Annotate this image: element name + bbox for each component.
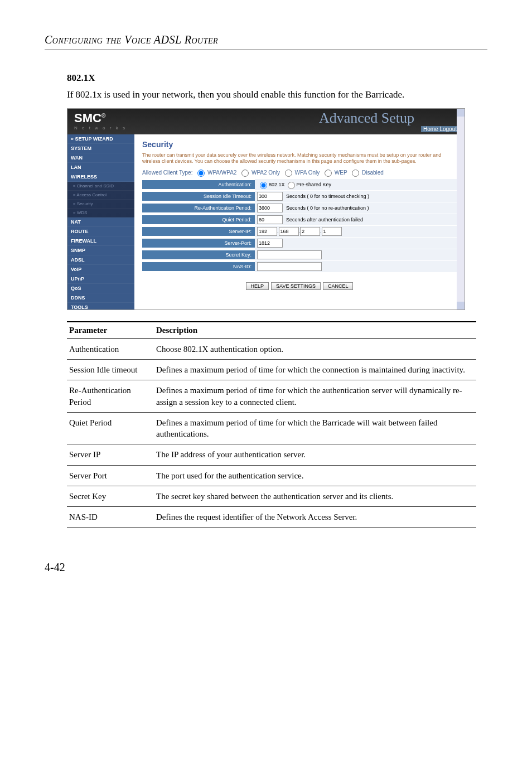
ss-home-logout[interactable]: Home Logout	[421, 126, 459, 132]
ss-auth-opt1: 802.1X	[269, 182, 285, 187]
client-type-radio[interactable]	[241, 170, 249, 177]
ss-ip-1[interactable]	[279, 227, 299, 236]
form-hint: Seconds after authentication failed	[286, 217, 363, 222]
ss-server-ip-label: Server-IP:	[142, 227, 255, 236]
ss-secret-key-input[interactable]	[257, 250, 322, 259]
table-row: Session Idle timeoutDefines a maximum pe…	[67, 360, 476, 380]
table-row: Secret KeyThe secret key shared between …	[67, 486, 476, 506]
param-name: Authentication	[67, 338, 154, 359]
sidebar-item[interactable]: SYSTEM	[67, 144, 134, 153]
ss-main: Security The router can transmit your da…	[134, 134, 465, 309]
ss-ip-2[interactable]	[300, 227, 320, 236]
sidebar-item[interactable]: FIREWALL	[67, 236, 134, 246]
ss-nas-id-label: NAS-ID:	[142, 262, 255, 271]
ss-body: » SETUP WIZARDSYSTEMWANLANWIRELESS» Chan…	[67, 134, 465, 309]
ss-allowed-row: Allowed Client Type: WPA/WPA2 WPA2 Only …	[142, 170, 457, 177]
save-settings-button[interactable]: SAVE SETTINGS	[271, 282, 321, 290]
help-button[interactable]: HELP	[246, 282, 269, 290]
form-field: Seconds ( 0 for no re-authentication )	[255, 202, 457, 214]
form-field: Seconds after authentication failed	[255, 214, 457, 225]
param-name: Quiet Period	[67, 412, 154, 444]
sidebar-item[interactable]: TOOLS	[67, 303, 134, 309]
form-label: Session Idle Timeout:	[142, 192, 255, 201]
client-type-radio[interactable]	[285, 170, 292, 177]
form-input[interactable]	[257, 204, 283, 212]
sidebar-item[interactable]: DDNS	[67, 293, 134, 303]
ss-server-port-label: Server-Port:	[142, 239, 255, 248]
param-name: NAS-ID	[67, 507, 154, 528]
param-name: Server IP	[67, 444, 154, 465]
ss-logo-text: SMC	[74, 111, 101, 125]
ss-sidebar: » SETUP WIZARDSYSTEMWANLANWIRELESS» Chan…	[67, 134, 134, 309]
sidebar-item[interactable]: VoIP	[67, 265, 134, 274]
client-type-label: WPA2 Only	[250, 170, 282, 176]
sidebar-item[interactable]: » SETUP WIZARD	[67, 134, 134, 144]
client-type-radio[interactable]	[325, 170, 332, 177]
sidebar-item[interactable]: NAT	[67, 217, 134, 227]
ss-scrollbar[interactable]	[457, 109, 465, 309]
ss-buttons: HELPSAVE SETTINGSCANCEL	[142, 282, 457, 290]
client-type-label: Disabled	[360, 170, 384, 176]
sidebar-item[interactable]: WAN	[67, 153, 134, 163]
table-row: AuthenticationChoose 802.1X authenticati…	[67, 338, 476, 359]
table-row: NAS-IDDefines the request identifier of …	[67, 507, 476, 528]
param-desc: The secret key shared between the authen…	[154, 486, 476, 506]
ss-nas-id-input[interactable]	[257, 262, 322, 271]
ss-advanced-title: Advanced Setup	[319, 110, 414, 127]
table-row: Server IPThe IP address of your authenti…	[67, 444, 476, 465]
form-input[interactable]	[257, 215, 283, 224]
client-type-radio[interactable]	[352, 170, 359, 177]
ss-auth-8021x-radio[interactable]	[260, 182, 267, 189]
param-desc: Choose 802.1X authentication option.	[154, 338, 476, 359]
form-hint: Seconds ( 0 for no re-authentication )	[286, 205, 369, 211]
form-hint: Seconds ( 0 for no timeout checking )	[286, 194, 369, 199]
ss-ip-0[interactable]	[257, 227, 277, 236]
sidebar-item[interactable]: ADSL	[67, 255, 134, 265]
ss-ip-3[interactable]	[322, 227, 342, 236]
th-parameter: Parameter	[67, 322, 154, 339]
client-type-label: WPA/WPA2	[206, 170, 238, 176]
table-row: Re-Authentication PeriodDefines a maximu…	[67, 380, 476, 413]
ss-auth-psk-radio[interactable]	[288, 182, 295, 189]
cancel-button[interactable]: CANCEL	[323, 282, 354, 290]
param-desc: The port used for the authentication ser…	[154, 465, 476, 486]
sidebar-item[interactable]: » Channel and SSID	[67, 182, 134, 191]
sidebar-item[interactable]: ROUTE	[67, 227, 134, 236]
intro-text: If 802.1x is used in your network, then …	[67, 88, 476, 101]
section-title: 802.1X	[67, 72, 487, 84]
client-type-label: WPA Only	[293, 170, 321, 176]
ss-server-ip-field: . . .	[255, 226, 457, 237]
ss-logo: SMC®	[74, 111, 105, 125]
ss-secret-key-label: Secret Key:	[142, 250, 255, 259]
table-row: Server PortThe port used for the authent…	[67, 465, 476, 486]
sidebar-item[interactable]: » Access Control	[67, 191, 134, 200]
param-name: Re-Authentication Period	[67, 380, 154, 413]
ss-logo-sub: N e t w o r k s	[74, 125, 127, 130]
ss-auth-opt2: Pre-shared Key	[297, 182, 332, 187]
ss-allowed-label: Allowed Client Type:	[142, 170, 192, 176]
ss-server-port-input[interactable]	[257, 239, 283, 248]
sidebar-item[interactable]: QoS	[67, 284, 134, 293]
param-name: Server Port	[67, 465, 154, 486]
param-desc: Defines a maximum period of time for whi…	[154, 412, 476, 444]
ss-main-desc: The router can transmit your data secure…	[142, 152, 457, 165]
param-desc: Defines a maximum period of time for whi…	[154, 380, 476, 413]
sidebar-item[interactable]: WIRELESS	[67, 172, 134, 182]
sidebar-item[interactable]: » WDS	[67, 209, 134, 217]
ss-main-title: Security	[142, 140, 457, 149]
table-row: Quiet PeriodDefines a maximum period of …	[67, 412, 476, 444]
sidebar-item[interactable]: UPnP	[67, 274, 134, 284]
sidebar-item[interactable]: LAN	[67, 163, 134, 172]
ss-form: Authentication: 802.1X Pre-shared Key Se…	[142, 179, 457, 272]
form-input[interactable]	[257, 192, 283, 201]
param-desc: The IP address of your authentication se…	[154, 444, 476, 465]
ss-auth-field: 802.1X Pre-shared Key	[255, 179, 457, 190]
ss-logo-sup: ®	[101, 112, 105, 118]
param-desc: Defines the request identifier of the Ne…	[154, 507, 476, 528]
sidebar-item[interactable]: » Security	[67, 200, 134, 209]
ss-auth-label: Authentication:	[142, 180, 255, 189]
form-label: Re-Authentication Period:	[142, 204, 255, 212]
sidebar-item[interactable]: SNMP	[67, 246, 134, 255]
param-name: Session Idle timeout	[67, 360, 154, 380]
client-type-radio[interactable]	[197, 170, 205, 177]
